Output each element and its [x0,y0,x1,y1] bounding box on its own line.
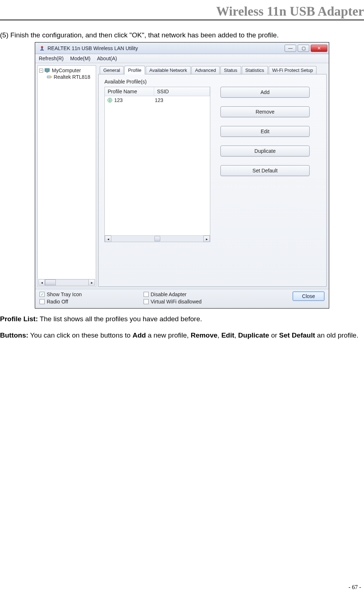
scroll-right-icon[interactable]: ▸ [88,279,95,286]
radio-off-label: Radio Off [47,299,68,305]
tree-collapse-icon[interactable]: − [39,69,43,73]
buttons-comma2: , [234,331,238,339]
tab-status[interactable]: Status [220,66,241,74]
tab-body-profile: Available Profile(s) Profile Name SSID i [98,74,327,287]
profile-list-header: Profile Name SSID [105,87,210,96]
page-number: - 67 - [348,584,361,591]
menu-mode[interactable]: Mode(M) [70,56,90,61]
profile-list-desc: The list shows all the profiles you have… [38,315,202,323]
disable-adapter-checkbox[interactable]: Disable Adapter [144,291,202,297]
scroll-track[interactable] [45,279,88,286]
buttons-duplicate: Duplicate [238,331,269,339]
col-profile-name[interactable]: Profile Name [105,87,154,96]
close-window-button[interactable]: ✕ [311,45,327,52]
tab-profile[interactable]: Profile [124,66,145,74]
tab-advanced[interactable]: Advanced [191,66,220,74]
scroll-right-icon[interactable]: ▸ [203,236,210,242]
buttons-remove: Remove [191,331,218,339]
tree-root-label: MyComputer [52,68,81,73]
scroll-thumb[interactable] [154,236,160,241]
minimize-icon: — [288,46,293,51]
close-button[interactable]: Close [293,291,324,301]
computer-icon [45,68,50,73]
profile-list-bold: Profile List: [0,315,38,323]
buttons-mid1: a new profile, [146,331,191,339]
virtual-wifi-disallowed-label: Virtual WiFi disallowed [151,299,202,305]
checkbox-unchecked-icon [144,299,149,304]
tab-general[interactable]: General [100,66,124,74]
virtual-wifi-disallowed-checkbox[interactable]: Virtual WiFi disallowed [144,299,202,305]
profile-list: Profile Name SSID i 123 123 [104,87,210,242]
titlebar: REALTEK 11n USB Wireless LAN Utility — ▢… [35,42,329,54]
buttons-comma1: , [218,331,222,339]
menu-refresh[interactable]: Refresh(R) [39,56,63,61]
device-tree: − MyComputer Realtek RTL818 ◂ ▸ [37,65,96,287]
buttons-set-default: Set Default [279,331,315,339]
available-profiles-label: Available Profile(s) [104,79,320,85]
body-paragraph-profile-list: Profile List: The list shows all the pro… [0,313,364,325]
app-window: REALTEK 11n USB Wireless LAN Utility — ▢… [35,42,329,309]
buttons-edit: Edit [221,331,234,339]
tree-child-row[interactable]: Realtek RTL818 [38,74,95,80]
buttons-or: or [269,331,279,339]
svg-rect-5 [47,76,51,78]
remove-button[interactable]: Remove [220,106,310,117]
tree-root-row[interactable]: − MyComputer [38,67,95,74]
profile-icon: i [107,97,113,103]
scroll-thumb[interactable] [45,279,56,285]
maximize-icon: ▢ [302,46,306,51]
maximize-button[interactable]: ▢ [298,45,309,52]
checkbox-unchecked-icon [144,292,149,297]
body-paragraph-buttons: Buttons: You can click on these buttons … [0,329,364,341]
instruction-text: (5) Finish the configuration, and then c… [0,31,364,39]
profile-name-cell: 123 [114,97,155,103]
page-header-title: Wireless 11n USB Adapter [0,4,364,20]
buttons-bold: Buttons: [0,331,28,339]
add-button[interactable]: Add [220,87,310,98]
col-ssid[interactable]: SSID [154,87,210,96]
profile-list-scrollbar[interactable]: ◂ ▸ [105,235,210,242]
disable-adapter-label: Disable Adapter [151,291,187,297]
show-tray-icon-label: Show Tray Icon [47,291,82,297]
show-tray-icon-checkbox[interactable]: ✓ Show Tray Icon [40,291,82,297]
svg-rect-3 [45,69,49,72]
checkbox-checked-icon: ✓ [40,292,45,297]
profile-ssid-cell: 123 [155,97,163,103]
svg-rect-6 [51,76,52,78]
svg-text:i: i [109,98,110,102]
checkbox-unchecked-icon [40,299,45,304]
scroll-left-icon[interactable]: ◂ [105,236,111,242]
tab-wps[interactable]: Wi-Fi Protect Setup [269,66,317,74]
tabstrip: General Profile Available Network Advanc… [98,65,327,74]
tab-statistics[interactable]: Statistics [242,66,268,74]
close-icon: ✕ [317,46,321,51]
duplicate-button[interactable]: Duplicate [220,146,310,156]
profile-row[interactable]: i 123 123 [105,96,210,104]
tab-available-network[interactable]: Available Network [146,66,191,74]
app-icon [39,45,45,52]
svg-rect-4 [46,72,48,73]
adapter-icon [46,74,52,80]
buttons-post: an old profile. [315,331,358,339]
menu-about[interactable]: About(A) [97,56,117,61]
tree-horizontal-scrollbar[interactable]: ◂ ▸ [38,279,95,286]
scroll-track[interactable] [111,236,203,242]
menubar: Refresh(R) Mode(M) About(A) [35,54,329,63]
svg-rect-2 [40,50,44,50]
bottom-bar: ✓ Show Tray Icon Radio Off Disable Adapt… [35,289,329,308]
edit-button[interactable]: Edit [220,126,310,137]
window-title: REALTEK 11n USB Wireless LAN Utility [47,45,285,51]
buttons-pre: You can click on these buttons to [28,331,132,339]
buttons-add: Add [132,331,146,339]
tree-child-label: Realtek RTL818 [54,74,90,80]
minimize-button[interactable]: — [285,45,296,52]
scroll-left-icon[interactable]: ◂ [38,279,45,286]
radio-off-checkbox[interactable]: Radio Off [40,299,82,305]
set-default-button[interactable]: Set Default [220,165,310,176]
